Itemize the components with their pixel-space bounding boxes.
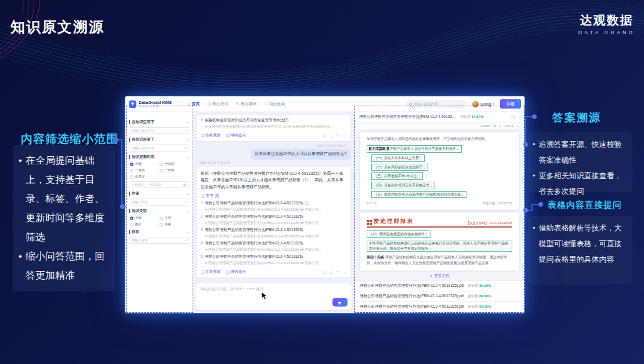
radio-type-all[interactable]: 全部 xyxy=(130,216,160,220)
reference-item[interactable]: 4 理财公司理财产品销售管理暂行办法(PBM-CLJ-4-5013325) ❏ … xyxy=(201,241,346,253)
related-document-row[interactable]: 理财公司理财产品销售管理暂行办法(PBM-CLJ-4-5013325).pdf … xyxy=(354,301,524,312)
reference-item[interactable]: 2 理财公司理财产品销售管理暂行办法(PBM-CLJ-4-5013325) ❏ … xyxy=(201,214,346,226)
page-footer: 12 / 19 下载日期：2021/5/31 xyxy=(367,201,512,206)
filter-section-tag[interactable]: 标签 ∧ xyxy=(129,229,189,235)
reference-title: 理财公司理财产品销售管理暂行办法(PBM-CLJ-4-5013325) xyxy=(205,228,303,233)
radio-time-year[interactable]: 一年内 xyxy=(160,168,189,172)
kms-brand: DataGrand KMS 智能知识管理 xyxy=(139,100,172,108)
radio-type-image[interactable]: 图片 xyxy=(130,222,160,226)
annotation-text: 在全局提问基础上，支持基于目录、标签、作者、更新时间等多维度筛选 xyxy=(26,151,110,247)
send-icon: ▶ xyxy=(337,300,342,305)
document-page-2: 爱迪理财报表 【认定文件码】- CLJ-4-5013325 （六）银保监会规定的… xyxy=(360,212,519,270)
filter-catalog-title: 在知识目录下 xyxy=(132,137,154,142)
filter-section-catalog[interactable]: 在知识目录下 ∧ xyxy=(129,137,189,142)
citation-link[interactable]: （1） xyxy=(301,178,311,182)
nav-recent-edits[interactable]: ✎ 最近编辑 xyxy=(236,101,256,107)
home-icon: ⌂ xyxy=(188,102,190,106)
continue-icon: ❏ xyxy=(226,134,230,138)
chevron-down-icon: ▾ xyxy=(185,201,186,204)
highlighted-clause-item: （二）具有良好的职业道德操守； xyxy=(371,164,428,171)
clock-icon: ◷ xyxy=(207,102,211,106)
radio-time-week[interactable]: 一周内 xyxy=(160,162,189,166)
radio-icon xyxy=(160,169,163,172)
time-radio-group: 全部 一周内 一月内 一年内 自定义 xyxy=(130,162,189,179)
date-range-input[interactable]: 开始日期 — 结束日期 ▦ xyxy=(129,181,189,188)
letterhead-title: 爱迪理财报表 xyxy=(374,218,414,225)
next-page-icon[interactable]: › xyxy=(518,124,519,128)
more-icon[interactable]: ⋯ xyxy=(343,270,347,275)
chevron-up-icon: ∧ xyxy=(187,192,189,196)
tag-placeholder: 请输入标签 xyxy=(132,239,148,243)
filter-section-update-time[interactable]: 知识更新时间 ∧ xyxy=(129,154,189,160)
zoom-level[interactable]: 100% xyxy=(481,124,490,128)
knowledge-space-select[interactable]: 请输入知识空间 ▾ xyxy=(129,127,189,134)
search-box[interactable] xyxy=(406,100,466,108)
chevron-up-icon: ∧ xyxy=(187,210,189,213)
download-icon[interactable]: ↓ xyxy=(518,115,520,120)
references-list: 1 理财公司理财产品销售管理暂行办法(PBM-CLJ-4-5013325) ❏ … xyxy=(201,201,346,266)
section-bar xyxy=(129,230,130,234)
thumbs-down-icon[interactable]: ▽ xyxy=(337,270,339,275)
knowledge-catalog-select[interactable]: 请输入知识目录 ▾ xyxy=(129,145,189,152)
continue-ask-button[interactable]: ❏ 继续提问 xyxy=(226,133,246,138)
open-reference-icon[interactable]: ❏ xyxy=(305,201,308,206)
more-icon[interactable]: ⋯ xyxy=(343,134,347,138)
tag-select[interactable]: 请输入标签 ▾ xyxy=(129,237,189,244)
copy-icon[interactable]: ❏ xyxy=(323,270,327,275)
reference-row[interactable]: 5 金融机构业务流程和业态布局资金监管管理办法(2) xyxy=(201,118,346,123)
answer-trace-button[interactable]: ❏ 答案溯源 xyxy=(201,133,220,138)
similarity-value: 87.67% xyxy=(472,115,483,118)
reference-item[interactable]: 3 理财公司理财产品销售管理暂行办法(PBM-CLJ-4-5013325) ❏ … xyxy=(201,228,346,239)
reference-item[interactable]: 1 理财公司理财产品销售管理暂行办法(PBM-CLJ-4-5013325) ❏ … xyxy=(201,201,346,212)
related-document-row[interactable]: 理财公司理财产品销售管理暂行办法(PBM-CLJ-4-5013325).pdf … xyxy=(354,280,524,291)
copy-icon[interactable]: ❏ xyxy=(323,134,327,138)
user-menu[interactable]: Spring ▾ xyxy=(472,101,494,107)
clause-number-chip: 第四十三条 xyxy=(369,147,389,150)
prev-page-icon[interactable]: ‹ xyxy=(500,124,501,128)
document-page-1: 加强理财产品销售人员队伍的岗前监督审核培养，产品销售信息采集自查销售。 第四十三… xyxy=(360,132,519,210)
radio-time-month[interactable]: 一月内 xyxy=(130,168,160,172)
search-input[interactable] xyxy=(414,102,460,106)
reference-item[interactable]: 5 理财公司理财产品销售管理暂行办法(PBM-CLJ-4-5013325) ❏ … xyxy=(201,254,346,266)
nav-recent-visits[interactable]: ◷ 最近访问 xyxy=(207,101,228,107)
reference-title: 理财公司理财产品销售管理暂行办法(PBM-CLJ-4-5013325) xyxy=(205,254,303,260)
related-document-row[interactable]: 理财公司理财产品销售管理暂行办法(PBM-CLJ-4-5013325).pdf … xyxy=(354,291,524,301)
annotation-text: 追溯答案开源、快速校验答案准确性 xyxy=(539,136,629,168)
send-button[interactable]: ▶ xyxy=(332,298,348,307)
filter-section-author[interactable]: 作者 ∧ xyxy=(129,191,189,196)
new-button[interactable]: 新建 xyxy=(500,99,521,109)
chevron-up-icon: ∧ xyxy=(187,138,189,142)
nav-home[interactable]: ⌂ 首页 xyxy=(188,101,200,107)
radio-type-table[interactable]: 表格 xyxy=(160,222,189,226)
filter-section-type[interactable]: 知识类型 ∧ xyxy=(129,208,189,214)
nav-favorites-label: 我的收藏 xyxy=(269,101,285,107)
filter-type-title: 知识类型 xyxy=(132,208,147,214)
thumbs-down-icon[interactable]: ▽ xyxy=(337,134,339,138)
chat-input[interactable]: 请在此输入问题，按 shift + enter 换行 ▶ xyxy=(196,283,352,310)
chevron-down-icon: ▾ xyxy=(185,239,186,242)
page-indicator: 12/19 xyxy=(505,124,513,128)
radio-time-all[interactable]: 全部 xyxy=(130,162,160,166)
annotation-bullet: • 在全局提问基础上，支持基于目录、标签、作者、更新时间等多维度筛选 xyxy=(19,151,110,247)
zoom-chevron-icon[interactable]: ▾ xyxy=(494,124,495,128)
chat-input-placeholder: 请在此输入问题，按 shift + enter 换行 xyxy=(200,287,347,292)
chat-panel: 5 金融机构业务流程和业态布局资金监管管理办法(2) # 金融机构业务流程和业态… xyxy=(193,112,354,313)
related-document-row[interactable]: 理财公司理财产品销售管理暂行办法(PBM-CLJ-4-5013325).pdf … xyxy=(354,312,524,313)
continue-ask-button[interactable]: ❏ 继续提问 xyxy=(226,269,246,275)
thumbs-up-icon[interactable]: △ xyxy=(330,270,333,275)
more-documents-link[interactable]: ∨ 更多文档 xyxy=(354,273,524,279)
answer-trace-button[interactable]: ❏ 答案溯源 xyxy=(201,269,220,275)
bullet-dot: • xyxy=(19,151,22,247)
clause-44-paragraph: 第四十四条 理财产品销售机构应当建立健全理财产品销售人员的持续培训制度，通过内部… xyxy=(367,255,512,266)
expand-icon[interactable]: ❏ xyxy=(511,115,515,120)
reference-title: 理财公司理财产品销售管理暂行办法(PBM-CLJ-4-5013325) xyxy=(205,241,303,246)
author-select[interactable]: 请输入作者 ▾ xyxy=(129,199,189,206)
document-title[interactable]: 理财公司理财产品销售管理暂行办法(PBM-CLJ-4-5013325).pdf xyxy=(359,114,458,120)
thumbs-up-icon[interactable]: △ xyxy=(330,134,333,138)
filter-section-space[interactable]: 在知识空间下 ∧ xyxy=(129,120,189,125)
radio-type-doc[interactable]: 文档 xyxy=(160,216,189,220)
radio-time-custom[interactable]: 自定义 xyxy=(130,175,160,179)
nav-favorites[interactable]: ☆ 我的收藏 xyxy=(264,101,285,107)
nav-home-label: 首页 xyxy=(191,101,200,107)
references-label[interactable]: ❏ 参考 (5) xyxy=(201,193,346,199)
